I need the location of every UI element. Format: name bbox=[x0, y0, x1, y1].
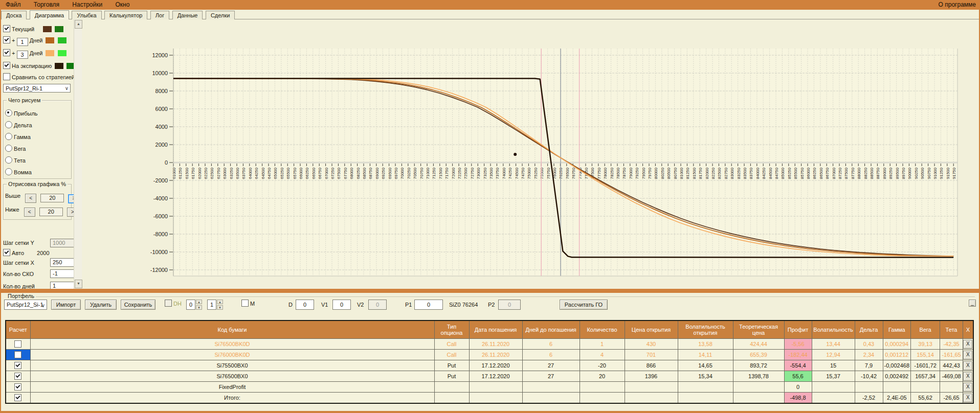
p1-field[interactable]: 0 bbox=[414, 300, 443, 310]
d-field[interactable]: 0 bbox=[296, 300, 314, 310]
remove-row-button[interactable]: X bbox=[963, 340, 972, 349]
scroll-down-icon[interactable]: ▼ bbox=[75, 280, 82, 288]
tab-diagram[interactable]: Диаграмма bbox=[30, 10, 69, 20]
menu-window[interactable]: Окно bbox=[110, 0, 136, 9]
tab-board[interactable]: Доска bbox=[1, 11, 27, 20]
spin-up-icon[interactable]: ▲ bbox=[217, 300, 223, 304]
remove-row-button[interactable]: X bbox=[963, 372, 972, 381]
calc-cell[interactable] bbox=[6, 350, 30, 360]
strategy-dropdown[interactable]: PutSpr12_Ri-1 ∨ bbox=[3, 84, 71, 93]
series-toggle-current: Текущий bbox=[3, 25, 63, 33]
x-tick-label: 70750 bbox=[419, 167, 424, 179]
cell-open: 430 bbox=[625, 339, 678, 350]
plus3-days-input[interactable]: 3 bbox=[17, 51, 28, 59]
remove-row-button[interactable]: X bbox=[963, 394, 972, 402]
radio-vega[interactable] bbox=[5, 145, 12, 152]
save-button[interactable]: Сохранить bbox=[121, 300, 155, 310]
calc-cell[interactable] bbox=[6, 382, 30, 393]
sko-field[interactable]: -1 bbox=[50, 269, 75, 278]
spin2-field[interactable]: 1 bbox=[207, 300, 216, 310]
current-checkbox[interactable] bbox=[3, 25, 10, 32]
cell-openvol: 15,34 bbox=[678, 371, 733, 382]
calc-cell[interactable] bbox=[6, 393, 30, 404]
v2-field[interactable]: 0 bbox=[368, 300, 387, 310]
remove-row-button[interactable]: X bbox=[963, 383, 972, 392]
import-button[interactable]: Импорт bbox=[51, 300, 81, 310]
radio-profit[interactable] bbox=[5, 109, 12, 117]
spin-down-icon[interactable]: ▼ bbox=[217, 305, 223, 310]
remove-row-button[interactable]: X bbox=[963, 361, 972, 370]
row-calc-checkbox[interactable] bbox=[14, 373, 21, 380]
x-tick-label: 76500 bbox=[565, 167, 570, 179]
grid-x-field[interactable]: 250 bbox=[50, 258, 75, 267]
menu-trading[interactable]: Торговля bbox=[28, 0, 65, 9]
days-field[interactable]: 1 bbox=[50, 282, 75, 289]
spin1-field[interactable]: 0 bbox=[186, 300, 195, 310]
x-tick-label: 68750 bbox=[368, 167, 373, 179]
cell-vol: 15 bbox=[812, 360, 855, 371]
p2-field[interactable]: 0 bbox=[498, 300, 521, 310]
tab-smile[interactable]: Улыбка bbox=[72, 11, 101, 20]
calc-margin-button[interactable]: Рассчитать ГО bbox=[560, 300, 608, 310]
row-calc-checkbox[interactable] bbox=[14, 340, 21, 348]
row-calc-checkbox[interactable] bbox=[14, 362, 21, 369]
current-label: Текущий bbox=[12, 26, 34, 32]
above-value-field[interactable]: 20 bbox=[40, 194, 64, 202]
expiration-checkbox[interactable] bbox=[3, 62, 10, 69]
remove-row-button[interactable]: X bbox=[963, 351, 972, 359]
tab-calculator[interactable]: Калькулятор bbox=[104, 11, 147, 20]
plus3-checkbox[interactable] bbox=[3, 49, 10, 56]
calc-cell[interactable] bbox=[6, 339, 30, 350]
row-calc-checkbox[interactable] bbox=[14, 351, 21, 358]
grid-y-field[interactable]: 1000 bbox=[50, 239, 75, 247]
instrument-label: SiZ0 76264 bbox=[449, 300, 478, 310]
cell-profit: 0 bbox=[784, 382, 812, 393]
menu-settings[interactable]: Настройки bbox=[66, 0, 108, 9]
auto-checkbox[interactable] bbox=[3, 249, 10, 256]
radio-vega-label: Вега bbox=[14, 146, 26, 152]
calc-cell[interactable] bbox=[6, 371, 30, 382]
x-tick-label: 83000 bbox=[730, 167, 734, 179]
x-tick-label: 67250 bbox=[330, 167, 335, 179]
below-decrease-button[interactable]: < bbox=[24, 208, 35, 217]
dh-checkbox[interactable] bbox=[165, 300, 172, 307]
radio-theta[interactable] bbox=[5, 156, 12, 164]
column-header: Дельта bbox=[855, 320, 883, 339]
compare-strategy-checkbox[interactable] bbox=[3, 73, 10, 80]
x-tick-label: 73750 bbox=[495, 167, 500, 179]
spin-up-icon[interactable]: ▲ bbox=[196, 300, 202, 304]
profit-chart[interactable]: -12000-10000-8000-6000-4000-200002000400… bbox=[83, 19, 979, 289]
plus1-checkbox[interactable] bbox=[3, 36, 10, 43]
remove-cell: X bbox=[963, 339, 973, 350]
menu-file[interactable]: Файл bbox=[0, 0, 27, 9]
minimize-button[interactable]: _ bbox=[969, 300, 976, 307]
spin2-arrows[interactable]: ▲ ▼ bbox=[217, 300, 223, 310]
x-tick-label: 86250 bbox=[812, 167, 817, 179]
v1-field[interactable]: 0 bbox=[332, 300, 351, 310]
row-calc-checkbox[interactable] bbox=[14, 383, 21, 391]
delete-button[interactable]: Удалить bbox=[85, 300, 117, 310]
radio-delta[interactable] bbox=[5, 121, 12, 128]
radio-gamma[interactable] bbox=[5, 133, 12, 140]
x-tick-label: 74750 bbox=[521, 167, 525, 179]
radio-vomma[interactable] bbox=[5, 168, 12, 175]
below-value-field[interactable]: 20 bbox=[39, 208, 63, 216]
tab-data[interactable]: Данные bbox=[172, 11, 203, 20]
calc-cell[interactable] bbox=[6, 360, 30, 371]
tab-log[interactable]: Лог bbox=[150, 11, 169, 20]
tab-deals[interactable]: Сделки bbox=[206, 11, 235, 20]
row-calc-checkbox[interactable] bbox=[14, 394, 21, 401]
x-tick-label: 90000 bbox=[907, 167, 912, 179]
panel-scrollbar[interactable]: ▲ ▼ bbox=[74, 19, 82, 289]
portfolio-dropdown[interactable]: PutSpr12_Si-1 ∨ bbox=[4, 300, 47, 310]
scroll-up-icon[interactable]: ▲ bbox=[75, 20, 82, 29]
cell-qty bbox=[580, 382, 625, 393]
menu-about[interactable]: О программе bbox=[937, 1, 978, 8]
above-decrease-button[interactable]: < bbox=[25, 194, 36, 203]
plus1-days-input[interactable]: 1 bbox=[17, 38, 28, 46]
column-header: Волатильность bbox=[812, 320, 855, 339]
spin1-arrows[interactable]: ▲ ▼ bbox=[196, 300, 202, 310]
m-checkbox[interactable] bbox=[241, 300, 249, 307]
cell-delta: -2,52 bbox=[855, 393, 883, 404]
spin-down-icon[interactable]: ▼ bbox=[196, 305, 202, 310]
